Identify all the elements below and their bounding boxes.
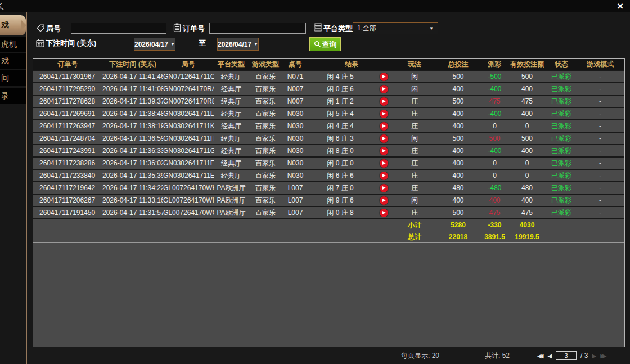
cell-order-no: 260417117248704 xyxy=(33,134,102,142)
close-icon[interactable]: × xyxy=(617,1,623,12)
page-total-label: / 3 xyxy=(580,352,588,359)
cell-game-type: 百家乐 xyxy=(249,183,282,193)
play-icon xyxy=(380,73,388,81)
cell-valid-bet: 500 xyxy=(507,73,547,80)
query-button-label: 查询 xyxy=(322,39,337,50)
date-from-picker[interactable]: 2026/04/17 ▼ xyxy=(134,38,176,51)
replay-button[interactable] xyxy=(372,85,395,93)
cell-game-no: GN0302641711H xyxy=(163,134,214,142)
cell-status: 已派彩 xyxy=(547,208,576,218)
total-label: 总计 xyxy=(395,232,434,242)
cell-bet-time: 2026-04-17 11:36:33 xyxy=(102,147,163,155)
game-no-label: 局号 xyxy=(46,24,61,34)
cell-play-type: 闲 xyxy=(395,84,434,94)
cell-status: 已派彩 xyxy=(547,171,576,181)
replay-button[interactable] xyxy=(372,147,395,155)
date-to-picker[interactable]: 2026/04/17 ▼ xyxy=(217,38,259,51)
col-result: 结果 xyxy=(308,60,395,69)
game-no-input[interactable] xyxy=(71,23,166,34)
replay-button[interactable] xyxy=(372,209,395,217)
sidebar-item-active[interactable]: 戏 xyxy=(0,15,26,35)
cell-play-type: 庄 xyxy=(395,122,434,131)
cell-valid-bet: 400 xyxy=(507,196,547,204)
prev-page-icon[interactable]: ◀ xyxy=(547,353,552,359)
cell-total-bet: 400 xyxy=(434,147,482,155)
cell-valid-bet: 400 xyxy=(507,147,547,155)
date-from-value: 2026/04/17 xyxy=(134,41,168,48)
cell-game-mode: - xyxy=(576,134,624,142)
subtotal-valid: 4030 xyxy=(507,221,547,229)
cell-game-type: 百家乐 xyxy=(249,109,282,119)
order-no-input[interactable] xyxy=(209,23,306,34)
search-icon xyxy=(314,41,321,48)
total-count-label: 共计: 52 xyxy=(485,347,510,364)
cell-bet-time: 2026-04-17 11:33:16 xyxy=(102,196,163,204)
cell-game-no: GN0302641711L xyxy=(163,110,214,118)
cell-result: 闲 6 庄 3 xyxy=(308,134,372,143)
cell-game-type: 百家乐 xyxy=(249,97,282,106)
play-icon xyxy=(380,196,388,205)
cell-payout: -400 xyxy=(482,85,507,93)
cell-status: 已派彩 xyxy=(547,97,576,106)
cell-result: 闲 0 庄 8 xyxy=(308,208,372,218)
cell-platform-type: 经典厅 xyxy=(214,122,249,131)
subtotal-label: 小计 xyxy=(395,221,434,230)
cell-bet-time: 2026-04-17 11:36:59 xyxy=(102,134,163,142)
subtotal-row: 小计 5280 -330 4030 xyxy=(33,219,624,231)
to-label: 至 xyxy=(199,38,206,48)
replay-button[interactable] xyxy=(372,73,395,81)
cell-payout: 0 xyxy=(482,122,507,130)
pager: ◀◀ ◀ / 3 ▶ ▶▶ xyxy=(537,347,607,364)
chevron-down-icon: ▼ xyxy=(170,42,175,47)
cell-game-mode: - xyxy=(576,122,624,130)
cell-platform-type: 经典厅 xyxy=(214,97,249,106)
platform-select[interactable]: 1.全部 ▼ xyxy=(353,22,438,34)
replay-button[interactable] xyxy=(372,172,395,180)
table-row: 260417117238286 2026-04-17 11:36:02 GN03… xyxy=(33,158,624,170)
cell-play-type: 庄 xyxy=(395,109,434,119)
sidebar-item-2[interactable]: 虎机 xyxy=(0,37,26,52)
cell-order-no: 260417117238286 xyxy=(33,159,102,167)
cell-status: 已派彩 xyxy=(547,122,576,131)
play-icon xyxy=(380,122,388,131)
chevron-down-icon: ▼ xyxy=(429,26,434,31)
cell-play-type: 闲 xyxy=(395,134,434,143)
first-page-icon[interactable]: ◀◀ xyxy=(537,353,543,359)
per-page-label: 每页显示: 20 xyxy=(401,347,439,364)
cell-bet-time: 2026-04-17 11:38:48 xyxy=(102,110,163,118)
cell-game-mode: - xyxy=(576,172,624,179)
cell-order-no: 260417117278628 xyxy=(33,97,102,105)
cell-valid-bet: 0 xyxy=(507,122,547,130)
replay-button[interactable] xyxy=(372,184,395,192)
cell-valid-bet: 475 xyxy=(507,97,547,105)
cell-game-no: GN0302641711K xyxy=(163,122,214,130)
query-button[interactable]: 查询 xyxy=(309,37,341,51)
page-input[interactable] xyxy=(556,351,577,360)
cell-table-no: N030 xyxy=(282,134,308,142)
cell-platform-type: 经典厅 xyxy=(214,109,249,119)
cell-bet-time: 2026-04-17 11:31:57 xyxy=(102,209,163,217)
cell-payout: -500 xyxy=(482,73,507,80)
col-order-no: 订单号 xyxy=(33,60,102,69)
cell-result: 闲 0 庄 0 xyxy=(308,159,372,168)
next-page-icon[interactable]: ▶ xyxy=(592,353,596,359)
cell-result: 闲 1 庄 2 xyxy=(308,97,372,106)
sidebar-item-5[interactable]: 录 xyxy=(0,88,26,104)
sidebar-item-3[interactable]: 戏 xyxy=(0,53,26,69)
cell-table-no: N030 xyxy=(282,110,308,118)
cell-table-no: N030 xyxy=(282,159,308,167)
cell-game-type: 百家乐 xyxy=(249,84,282,94)
replay-button[interactable] xyxy=(372,97,395,106)
replay-button[interactable] xyxy=(372,122,395,131)
replay-button[interactable] xyxy=(372,159,395,168)
replay-button[interactable] xyxy=(372,196,395,205)
sidebar-item-4[interactable]: 间 xyxy=(0,70,26,86)
cell-platform-type: 经典厅 xyxy=(214,134,249,143)
last-page-icon[interactable]: ▶▶ xyxy=(600,353,606,359)
cell-game-type: 百家乐 xyxy=(249,134,282,143)
replay-button[interactable] xyxy=(372,110,395,118)
replay-button[interactable] xyxy=(372,134,395,143)
play-icon xyxy=(380,85,388,93)
platform-label: 平台类型 xyxy=(323,24,353,34)
col-total-bet: 总投注 xyxy=(434,60,482,69)
